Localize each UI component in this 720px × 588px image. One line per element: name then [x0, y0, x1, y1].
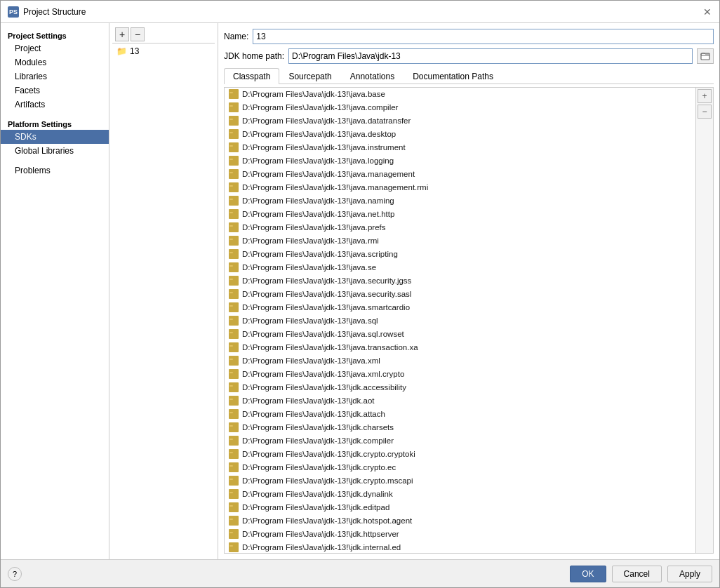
svg-rect-24	[229, 239, 233, 240]
tab-documentation-paths[interactable]: Documentation Paths	[404, 68, 502, 84]
classpath-list-item[interactable]: D:\Program Files\Java\jdk-13!\java.rmi	[225, 234, 695, 248]
classpath-folder-icon	[229, 302, 239, 312]
classpath-list-item[interactable]: D:\Program Files\Java\jdk-13!\java.xml.c…	[225, 368, 695, 381]
jdk-home-input[interactable]	[288, 48, 693, 64]
classpath-list-item[interactable]: D:\Program Files\Java\jdk-13!\jdk.intern…	[225, 541, 695, 554]
tab-sourcepath[interactable]: Sourcepath	[279, 68, 340, 84]
classpath-folder-icon	[229, 329, 239, 339]
classpath-list-item[interactable]: D:\Program Files\Java\jdk-13!\java.sql	[225, 314, 695, 328]
classpath-list-item[interactable]: D:\Program Files\Java\jdk-13!\jdk.editpa…	[225, 501, 695, 514]
sidebar-item-modules[interactable]: Modules	[1, 55, 109, 69]
classpath-item-path: D:\Program Files\Java\jdk-13!\java.smart…	[242, 303, 410, 312]
classpath-list-item[interactable]: D:\Program Files\Java\jdk-13!\jdk.crypto…	[225, 461, 695, 474]
remove-sdk-button[interactable]: −	[131, 27, 145, 41]
classpath-list-item[interactable]: D:\Program Files\Java\jdk-13!\java.secur…	[225, 288, 695, 301]
classpath-list-item[interactable]: D:\Program Files\Java\jdk-13!\java.loggi…	[225, 154, 695, 168]
svg-rect-36	[229, 319, 233, 320]
classpath-list-item[interactable]: D:\Program Files\Java\jdk-13!\jdk.httpse…	[225, 528, 695, 541]
classpath-list-item[interactable]: D:\Program Files\Java\jdk-13!\java.trans…	[225, 341, 695, 354]
classpath-add-button[interactable]: +	[698, 89, 712, 103]
classpath-list-item[interactable]: D:\Program Files\Java\jdk-13!\java.sql.r…	[225, 328, 695, 341]
classpath-list-item[interactable]: D:\Program Files\Java\jdk-13!\java.prefs	[225, 221, 695, 234]
sidebar-item-artifacts[interactable]: Artifacts	[1, 98, 109, 112]
name-input[interactable]	[253, 29, 714, 44]
classpath-list-item[interactable]: D:\Program Files\Java\jdk-13!\jdk.compil…	[225, 434, 695, 448]
svg-rect-12	[229, 159, 233, 160]
classpath-item-path: D:\Program Files\Java\jdk-13!\java.namin…	[242, 196, 394, 205]
classpath-list-item[interactable]: D:\Program Files\Java\jdk-13!\jdk.access…	[225, 381, 695, 394]
classpath-list-item[interactable]: D:\Program Files\Java\jdk-13!\java.scrip…	[225, 248, 695, 261]
classpath-list-item[interactable]: D:\Program Files\Java\jdk-13!\java.base	[225, 88, 695, 101]
classpath-item-path: D:\Program Files\Java\jdk-13!\java.deskt…	[242, 130, 396, 138]
svg-rect-48	[229, 399, 233, 400]
classpath-folder-icon	[229, 462, 239, 472]
classpath-item-path: D:\Program Files\Java\jdk-13!\java.trans…	[242, 343, 418, 352]
classpath-item-path: D:\Program Files\Java\jdk-13!\jdk.attach	[242, 410, 385, 418]
classpath-side-toolbar: + −	[696, 87, 714, 554]
classpath-list-item[interactable]: D:\Program Files\Java\jdk-13!\java.manag…	[225, 168, 695, 181]
classpath-list-item[interactable]: D:\Program Files\Java\jdk-13!\java.xml	[225, 354, 695, 368]
classpath-list-item[interactable]: D:\Program Files\Java\jdk-13!\jdk.crypto…	[225, 474, 695, 488]
classpath-item-path: D:\Program Files\Java\jdk-13!\java.se	[242, 263, 376, 272]
classpath-list-item[interactable]: D:\Program Files\Java\jdk-13!\java.se	[225, 261, 695, 274]
apply-button[interactable]: Apply	[667, 566, 712, 582]
classpath-list-item[interactable]: D:\Program Files\Java\jdk-13!\java.namin…	[225, 194, 695, 208]
classpath-list-item[interactable]: D:\Program Files\Java\jdk-13!\java.secur…	[225, 274, 695, 288]
classpath-folder-icon	[229, 476, 239, 486]
classpath-list-item[interactable]: D:\Program Files\Java\jdk-13!\jdk.hotspo…	[225, 514, 695, 528]
classpath-folder-icon	[229, 116, 239, 126]
classpath-folder-icon	[229, 369, 239, 379]
sidebar-item-project[interactable]: Project	[1, 41, 109, 55]
svg-rect-10	[229, 145, 233, 147]
svg-rect-68	[229, 532, 233, 533]
classpath-list-item[interactable]: D:\Program Files\Java\jdk-13!\java.datat…	[225, 114, 695, 128]
classpath-remove-button[interactable]: −	[698, 105, 712, 119]
svg-rect-38	[229, 332, 233, 333]
tab-classpath[interactable]: Classpath	[224, 68, 279, 84]
classpath-list-item[interactable]: D:\Program Files\Java\jdk-13!\java.compi…	[225, 101, 695, 114]
svg-rect-58	[229, 465, 233, 467]
sidebar-item-global-libraries[interactable]: Global Libraries	[1, 144, 109, 158]
sidebar-item-facets[interactable]: Facets	[1, 83, 109, 98]
classpath-list-item[interactable]: D:\Program Files\Java\jdk-13!\jdk.attach	[225, 408, 695, 421]
svg-rect-54	[229, 439, 233, 440]
title-bar: PS Project Structure ✕	[1, 1, 719, 23]
add-sdk-button[interactable]: +	[115, 27, 129, 41]
classpath-folder-icon	[229, 289, 239, 299]
svg-rect-66	[229, 519, 233, 520]
sdk-item-13[interactable]: 📁 13	[114, 45, 213, 58]
help-button[interactable]: ?	[8, 567, 22, 581]
svg-rect-64	[229, 505, 233, 507]
classpath-item-path: D:\Program Files\Java\jdk-13!\java.secur…	[242, 276, 411, 285]
classpath-list-item[interactable]: D:\Program Files\Java\jdk-13!\java.deskt…	[225, 128, 695, 141]
sidebar-item-sdks[interactable]: SDKs	[1, 130, 109, 144]
classpath-folder-icon	[229, 529, 239, 539]
middle-layout: + − 📁 13 Name: JD	[109, 23, 719, 559]
classpath-folder-icon	[229, 169, 239, 179]
sidebar-item-problems[interactable]: Problems	[1, 163, 109, 178]
classpath-list-item[interactable]: D:\Program Files\Java\jdk-13!\java.net.h…	[225, 208, 695, 221]
classpath-list-item[interactable]: D:\Program Files\Java\jdk-13!\jdk.charse…	[225, 421, 695, 434]
tab-annotations[interactable]: Annotations	[341, 68, 404, 84]
classpath-panel: D:\Program Files\Java\jdk-13!\java.baseD…	[224, 87, 714, 554]
classpath-item-path: D:\Program Files\Java\jdk-13!\jdk.editpa…	[242, 503, 389, 512]
ok-button[interactable]: OK	[570, 566, 606, 582]
cancel-button[interactable]: Cancel	[612, 566, 662, 582]
classpath-folder-icon	[229, 262, 239, 272]
browse-button[interactable]	[697, 48, 714, 64]
classpath-list-item[interactable]: D:\Program Files\Java\jdk-13!\jdk.aot	[225, 394, 695, 408]
classpath-list-item[interactable]: D:\Program Files\Java\jdk-13!\jdk.crypto…	[225, 448, 695, 461]
classpath-folder-icon	[229, 276, 239, 286]
close-button[interactable]: ✕	[702, 7, 712, 17]
svg-rect-34	[229, 305, 233, 307]
classpath-list-item[interactable]: D:\Program Files\Java\jdk-13!\java.smart…	[225, 301, 695, 314]
classpath-list-item[interactable]: D:\Program Files\Java\jdk-13!\java.instr…	[225, 141, 695, 154]
classpath-item-path: D:\Program Files\Java\jdk-13!\java.sql	[242, 316, 378, 325]
classpath-item-path: D:\Program Files\Java\jdk-13!\jdk.charse…	[242, 423, 394, 432]
main-layout: Project Settings Project Modules Librari…	[1, 23, 719, 559]
sidebar-item-libraries[interactable]: Libraries	[1, 69, 109, 83]
classpath-item-path: D:\Program Files\Java\jdk-13!\jdk.dynali…	[242, 490, 393, 498]
classpath-list-item[interactable]: D:\Program Files\Java\jdk-13!\jdk.dynali…	[225, 488, 695, 501]
classpath-list-item[interactable]: D:\Program Files\Java\jdk-13!\java.manag…	[225, 181, 695, 194]
bottom-bar: ? OK Cancel Apply	[1, 559, 719, 587]
